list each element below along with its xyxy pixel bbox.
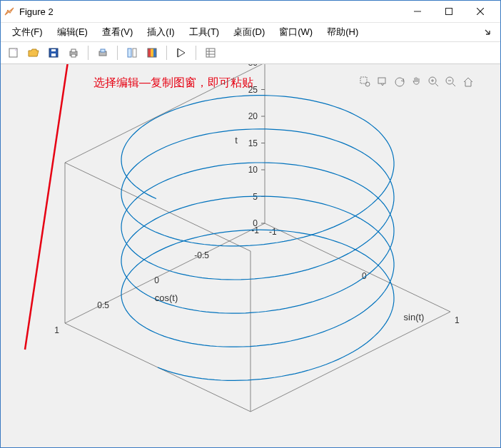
axes-container: 选择编辑—复制图窗，即可粘贴 051015202530 -101 -1-0.50…	[1, 64, 500, 447]
save-button[interactable]	[45, 44, 62, 61]
open-button[interactable]	[25, 44, 42, 61]
svg-rect-10	[51, 54, 56, 56]
toolbar	[1, 42, 500, 64]
svg-text:-0.5: -0.5	[194, 250, 209, 260]
dock-arrow-icon[interactable]	[483, 26, 496, 39]
toolbar-separator	[117, 46, 118, 60]
menu-desktop[interactable]: 桌面(D)	[226, 24, 272, 40]
matlab-figure-icon	[4, 6, 15, 17]
svg-rect-20	[151, 49, 153, 57]
svg-rect-19	[148, 49, 151, 57]
svg-line-47	[265, 223, 450, 312]
new-figure-button[interactable]	[5, 44, 22, 61]
window-title: Figure 2	[19, 6, 402, 17]
svg-marker-0	[5, 8, 14, 15]
svg-rect-17	[128, 49, 131, 57]
axes-3d[interactable]: 051015202530 -101 -1-0.500.51 t sin(t) c…	[1, 64, 500, 448]
menubar: 文件(F) 编辑(E) 查看(V) 插入(I) 工具(T) 桌面(D) 窗口(W…	[1, 23, 500, 42]
svg-text:0.5: 0.5	[97, 300, 109, 310]
menu-edit[interactable]: 编辑(E)	[50, 24, 95, 40]
svg-text:t: t	[235, 135, 238, 146]
maximize-button[interactable]	[433, 1, 465, 22]
svg-rect-16	[101, 49, 105, 52]
toolbar-separator	[196, 46, 196, 60]
svg-line-48	[250, 312, 450, 412]
edit-plot-button[interactable]	[173, 44, 190, 61]
toolbar-separator	[88, 46, 88, 60]
close-button[interactable]	[465, 1, 496, 22]
svg-text:-1: -1	[251, 225, 259, 235]
print-preview-button[interactable]	[94, 44, 111, 61]
menu-tools[interactable]: 工具(T)	[182, 24, 227, 40]
svg-text:-1: -1	[269, 227, 277, 237]
svg-rect-4	[446, 9, 452, 15]
figure-window: Figure 2 文件(F) 编辑(E) 查看(V) 插入(I) 工具(T) 桌…	[0, 0, 501, 448]
svg-text:cos(t): cos(t)	[155, 292, 178, 303]
svg-text:1: 1	[455, 315, 460, 325]
print-button[interactable]	[65, 44, 82, 61]
svg-text:1: 1	[54, 325, 59, 335]
svg-rect-11	[51, 49, 56, 51]
minimize-button[interactable]	[402, 1, 433, 22]
menu-window[interactable]: 窗口(W)	[272, 24, 320, 40]
svg-text:30: 30	[248, 64, 258, 68]
svg-rect-23	[206, 49, 215, 57]
svg-point-1	[7, 10, 9, 11]
svg-text:20: 20	[248, 111, 258, 121]
svg-rect-21	[153, 49, 156, 57]
svg-text:15: 15	[248, 138, 258, 148]
menu-file[interactable]: 文件(F)	[5, 24, 50, 40]
menu-insert[interactable]: 插入(I)	[140, 24, 181, 40]
svg-rect-18	[133, 49, 136, 57]
property-inspector-button[interactable]	[202, 44, 219, 61]
svg-text:0: 0	[154, 275, 159, 285]
titlebar: Figure 2	[1, 1, 500, 23]
menu-help[interactable]: 帮助(H)	[320, 24, 365, 40]
svg-text:10: 10	[248, 165, 258, 175]
svg-rect-14	[71, 54, 76, 57]
svg-rect-13	[71, 49, 76, 52]
svg-line-40	[65, 223, 265, 323]
toolbar-separator	[166, 46, 167, 60]
svg-text:25: 25	[248, 85, 258, 95]
svg-text:sin(t): sin(t)	[404, 312, 425, 322]
svg-line-46	[65, 163, 250, 251]
colorbar-button[interactable]	[143, 44, 161, 61]
link-plot-button[interactable]	[123, 44, 141, 61]
menu-view[interactable]: 查看(V)	[95, 24, 140, 40]
